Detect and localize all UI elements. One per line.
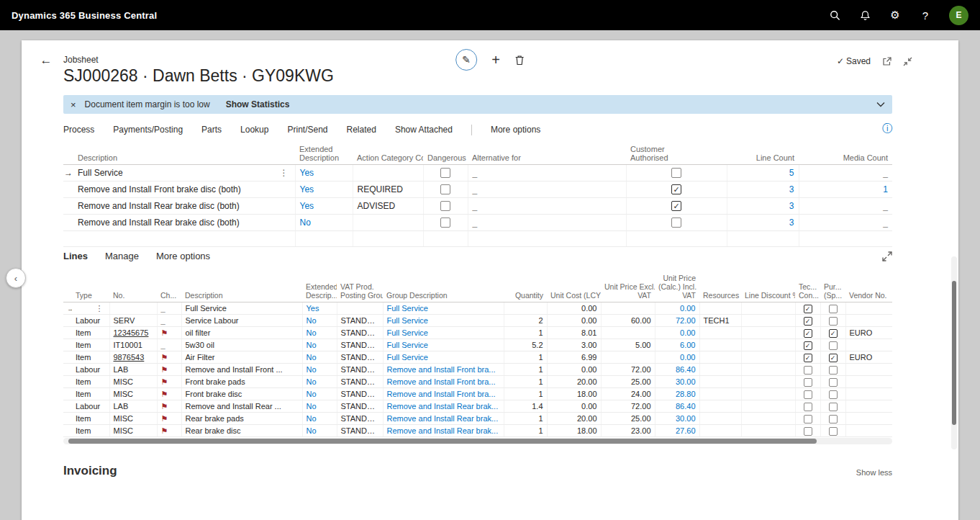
cell-vendor-no[interactable] (845, 364, 892, 376)
pur-sp-checkbox[interactable] (829, 390, 838, 399)
col-no[interactable]: No. (109, 272, 157, 302)
help-icon[interactable]: ? (919, 9, 932, 22)
tec-con-checkbox[interactable]: ✓ (804, 317, 812, 326)
cell-vat-group[interactable]: STANDARD (337, 376, 383, 388)
cell-vat-group[interactable]: STANDARD (337, 413, 383, 425)
lines-row[interactable]: ItemMISC⚑Front brake padsNoSTANDARDRemov… (63, 376, 892, 388)
cell-vat-group[interactable]: STANDARD (337, 351, 383, 364)
cell-vat-group[interactable]: STANDARD (337, 339, 383, 351)
cell-group-description[interactable]: Remove and Install Front bra... (383, 364, 504, 376)
cell-group-description[interactable]: Remove and Install Rear brak... (383, 425, 504, 437)
empty-cell[interactable] (423, 230, 468, 246)
cell-unit-price-excl-vat[interactable]: 24.00 (601, 388, 655, 400)
avatar[interactable]: E (949, 6, 968, 25)
cell-resources[interactable] (699, 388, 741, 400)
action-parts[interactable]: Parts (201, 125, 222, 135)
cell-vendor-no[interactable] (845, 388, 892, 400)
cell-description[interactable]: Front brake disc (181, 388, 302, 400)
cell-vendor-no[interactable] (845, 376, 892, 388)
cell-type[interactable]: Item (72, 413, 109, 425)
cell-unit-cost[interactable]: 8.01 (547, 327, 601, 339)
cell-description[interactable]: Remove and Install Rear brake disc (both… (73, 197, 295, 214)
customer-authorised-checkbox[interactable] (671, 218, 681, 228)
cell-description[interactable]: Remove and Install Front ... (181, 364, 302, 376)
col-pur-sp[interactable]: Pur... (Sp... (820, 272, 845, 302)
cell-description[interactable]: Rear brake pads (181, 413, 302, 425)
cell-line-count[interactable]: 3 (727, 181, 799, 197)
tec-con-checkbox[interactable] (804, 366, 812, 375)
col-description[interactable]: Description (73, 143, 295, 164)
chevron-down-icon[interactable] (876, 102, 885, 107)
cell-unit-price-incl-vat[interactable]: 72.00 (655, 315, 699, 327)
cell-quantity[interactable]: 1 (504, 413, 547, 425)
cell-unit-price-incl-vat[interactable]: 0.00 (655, 351, 699, 364)
cell-no[interactable]: 12345675 (109, 327, 157, 339)
pur-sp-checkbox[interactable] (829, 415, 838, 423)
pur-sp-checkbox[interactable] (829, 305, 838, 313)
cell-description[interactable]: ⋮Full Service (73, 164, 295, 181)
cell-extended-description[interactable]: Yes (295, 181, 353, 197)
back-button[interactable]: ← (36, 50, 56, 71)
vertical-scrollbar[interactable] (951, 256, 957, 449)
cell-resources[interactable] (699, 413, 741, 425)
show-less-link[interactable]: Show less (856, 468, 892, 477)
add-icon[interactable]: + (491, 52, 500, 68)
invoicing-section-title[interactable]: Invoicing (63, 464, 117, 478)
customer-authorised-checkbox[interactable] (671, 168, 681, 178)
col-extended-descrip[interactable]: Extended Descrip... (302, 272, 337, 302)
jobs-row[interactable]: →⋮Full ServiceYes_5_ (63, 164, 892, 181)
cell-type[interactable]: Labour (72, 315, 109, 327)
cell-line-discount[interactable] (741, 351, 795, 364)
cell-group-description[interactable]: Full Service (383, 339, 504, 351)
cell-action-category-code[interactable]: ADVISED (353, 197, 423, 214)
cell-no[interactable]: 9876543 (109, 351, 157, 364)
cell-extended-description[interactable]: No (302, 400, 337, 413)
cell-description[interactable]: Service Labour (181, 315, 302, 327)
col-group-description[interactable]: Group Description (383, 272, 504, 302)
jobs-row[interactable]: Remove and Install Rear brake disc (both… (63, 214, 892, 230)
cell-type[interactable]: Item (72, 388, 109, 400)
cell-resources[interactable]: TECH1 (699, 315, 741, 327)
edit-pencil-icon[interactable]: ✎ (455, 49, 477, 71)
col-unit-price-excl-vat[interactable]: Unit Price Excl. VAT (601, 272, 655, 302)
pur-sp-checkbox[interactable] (829, 403, 838, 411)
action-more-options[interactable]: More options (491, 125, 540, 135)
lines-row[interactable]: Item12345675⚑oil filterNoSTANDARDFull Se… (63, 327, 892, 339)
horizontal-scrollbar-thumb[interactable] (68, 439, 817, 444)
cell-description[interactable]: Front brake pads (181, 376, 302, 388)
cell-no[interactable]: MISC (109, 413, 157, 425)
pur-sp-checkbox[interactable] (829, 341, 838, 350)
cell-unit-cost[interactable]: 6.99 (547, 351, 601, 364)
cell-quantity[interactable]: 1.4 (504, 400, 547, 413)
cell-no[interactable] (109, 302, 157, 315)
cell-type[interactable]: Labour (72, 400, 109, 413)
cell-extended-description[interactable]: No (295, 214, 353, 230)
tab-lines[interactable]: Lines (63, 251, 88, 261)
tec-con-checkbox[interactable]: ✓ (804, 341, 812, 350)
cell-line-discount[interactable] (741, 400, 795, 413)
cell-line-discount[interactable] (741, 413, 795, 425)
dangerous-checkbox[interactable] (440, 184, 450, 194)
jobs-row[interactable]: Remove and Install Front brake disc (bot… (63, 181, 892, 197)
cell-media-count[interactable]: _ (799, 214, 892, 230)
delete-trash-icon[interactable] (514, 55, 525, 66)
col-line-count[interactable]: Line Count (727, 143, 799, 164)
action-related[interactable]: Related (347, 125, 376, 135)
cell-unit-price-excl-vat[interactable]: 5.00 (601, 339, 655, 351)
cell-quantity[interactable] (504, 302, 547, 315)
cell-action-category-code[interactable] (353, 164, 423, 181)
cell-alternative-for[interactable]: _ (468, 164, 626, 181)
cell-group-description[interactable]: Full Service (383, 351, 504, 364)
action-print-send[interactable]: Print/Send (287, 125, 327, 135)
cell-line-count[interactable]: 3 (727, 197, 799, 214)
cell-media-count[interactable]: 1 (799, 181, 892, 197)
cell-vat-group[interactable]: STANDARD (337, 400, 383, 413)
cell-resources[interactable] (699, 364, 741, 376)
col-media-count[interactable]: Media Count (799, 143, 892, 164)
col-line-discount[interactable]: Line Discount % (741, 272, 795, 302)
jobs-row[interactable]: Remove and Install Rear brake disc (both… (63, 197, 892, 214)
cell-no[interactable]: IT10001 (109, 339, 157, 351)
col-alternative-for[interactable]: Alternative for (468, 143, 626, 164)
tab-manage[interactable]: Manage (105, 251, 139, 261)
action-show-attached[interactable]: Show Attached (395, 125, 453, 135)
